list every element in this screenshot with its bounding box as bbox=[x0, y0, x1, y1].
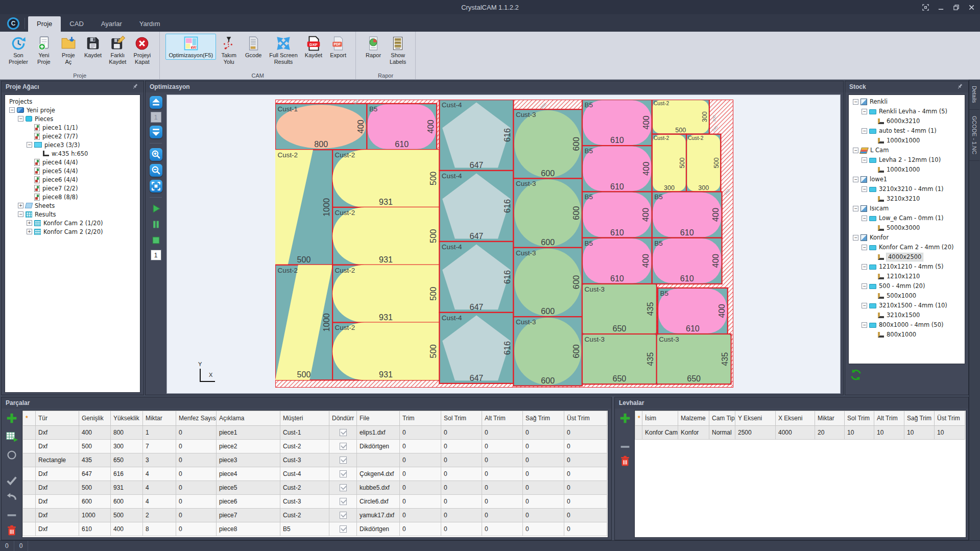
cell-y-kseklik[interactable]: 500 bbox=[111, 509, 143, 522]
cell-a-klama[interactable]: piece3 bbox=[217, 453, 280, 467]
apply-button[interactable] bbox=[5, 474, 18, 487]
cell-trim[interactable]: 0 bbox=[400, 440, 441, 453]
cell-file[interactable] bbox=[357, 453, 400, 467]
cell-menfez-say-s[interactable]: 0 bbox=[176, 481, 217, 495]
cell-menfez-say-s[interactable]: 0 bbox=[176, 467, 217, 481]
stock-tree-item-renkli[interactable]: −Renkli bbox=[850, 97, 964, 107]
cell-alt-trim[interactable]: 0 bbox=[482, 426, 523, 440]
report-button[interactable]: Rapor bbox=[362, 34, 385, 60]
stock-tree-item-is-cam[interactable]: −Isıcam bbox=[850, 204, 964, 213]
parts-row[interactable]: Dxf64761640piece4Cust-4Çokgen4.dxf00000 bbox=[23, 467, 607, 481]
stock-tree-item-3210x3210[interactable]: 3210x3210 bbox=[850, 194, 964, 204]
cell-miktar[interactable]: 4 bbox=[143, 495, 176, 509]
cell-miktar[interactable]: 8 bbox=[143, 522, 176, 536]
cell-y-kseklik[interactable]: 616 bbox=[111, 467, 143, 481]
cell-trim[interactable]: 0 bbox=[400, 495, 441, 509]
expander-icon[interactable]: − bbox=[18, 211, 23, 217]
stock-tree-item-4000x2500[interactable]: 4000x2500 bbox=[850, 252, 964, 262]
cell-menfez-say-s[interactable]: 0 bbox=[176, 440, 217, 453]
row-selector-cell[interactable] bbox=[23, 522, 36, 536]
cell-trim[interactable]: 0 bbox=[400, 509, 441, 522]
expander-icon[interactable]: − bbox=[862, 245, 867, 250]
placed-piece-b5[interactable]: B5610400 bbox=[582, 238, 652, 284]
expander-icon[interactable]: − bbox=[862, 264, 867, 270]
cell-y-ekseni[interactable]: 2500 bbox=[735, 426, 776, 440]
cell-a-klama[interactable]: piece4 bbox=[217, 467, 280, 481]
placed-piece-cust-2[interactable]: Cust-2931500 bbox=[332, 207, 439, 265]
cell-d-nd-rr[interactable] bbox=[329, 426, 357, 440]
cell-file[interactable]: yamuk17.dxf bbox=[357, 509, 400, 522]
first-sheet-button[interactable] bbox=[150, 96, 162, 109]
cell-sol-trim[interactable]: 10 bbox=[845, 426, 874, 440]
cell-sol-trim[interactable]: 0 bbox=[441, 495, 482, 509]
next-sheet-button[interactable] bbox=[150, 126, 162, 138]
optimization-canvas[interactable]: Cust-1800400B5610400Cust-25001000Cust-25… bbox=[166, 94, 841, 394]
cell-sol-trim[interactable]: 0 bbox=[441, 522, 482, 536]
cell-sa-trim[interactable]: 0 bbox=[523, 495, 564, 509]
stock-tree-item-6000x3210[interactable]: 6000x3210 bbox=[850, 116, 964, 126]
cell-miktar[interactable]: 2 bbox=[143, 509, 176, 522]
row-selector-cell[interactable] bbox=[23, 481, 36, 495]
project-tree-item-piece6-4-4[interactable]: piece6 (4/4) bbox=[6, 175, 139, 184]
cell-t-r[interactable]: Dxf bbox=[36, 481, 79, 495]
cell-st-trim[interactable]: 0 bbox=[564, 522, 607, 536]
expander-icon[interactable]: − bbox=[853, 99, 858, 105]
placed-piece-cust-2[interactable]: Cust-25001000 bbox=[275, 150, 332, 265]
expander-icon[interactable]: − bbox=[27, 142, 32, 148]
column-header-st-trim[interactable]: Üst Trim bbox=[564, 411, 607, 426]
restore-button[interactable] bbox=[950, 2, 962, 12]
cell-st-trim[interactable]: 10 bbox=[935, 426, 965, 440]
cell-y-kseklik[interactable]: 931 bbox=[111, 481, 143, 495]
expander-icon[interactable]: − bbox=[853, 206, 858, 211]
cell-miktar[interactable]: 7 bbox=[143, 440, 176, 453]
fullscreen-results-button[interactable]: Full Screen Results bbox=[266, 34, 301, 66]
cell-miktar[interactable]: 4 bbox=[143, 467, 176, 481]
project-tree-item-piece3-3-3[interactable]: −piece3 (3/3) bbox=[6, 140, 139, 149]
tab-gcode[interactable]: GCODE - 1.NC bbox=[969, 110, 979, 161]
parts-row[interactable]: Dxf100050020piece7Cust-2yamuk17.dxf00000 bbox=[23, 509, 607, 522]
column-header-sa-trim[interactable]: Sağ Trim bbox=[523, 411, 564, 426]
cell-i-sim[interactable]: Konfor Cam bbox=[642, 426, 678, 440]
cell-sa-trim[interactable]: 0 bbox=[523, 509, 564, 522]
pdf-button[interactable]: Export bbox=[326, 34, 350, 60]
cell-y-kseklik[interactable]: 300 bbox=[111, 440, 143, 453]
expander-icon[interactable]: − bbox=[18, 116, 23, 122]
project-tree-item-piece7-2-2[interactable]: piece7 (2/2) bbox=[6, 184, 139, 193]
column-header-sol-trim[interactable]: Sol Trim bbox=[441, 411, 482, 426]
cell-file[interactable]: elips1.dxf bbox=[357, 426, 400, 440]
cell-miktar[interactable]: 4 bbox=[143, 481, 176, 495]
open-folder-button[interactable]: Proje Aç bbox=[57, 34, 80, 66]
cell-a-klama[interactable]: piece7 bbox=[217, 509, 280, 522]
fit-screen-button[interactable] bbox=[150, 180, 162, 193]
toolpath-button[interactable]: Takım Yolu bbox=[217, 34, 241, 66]
cell-miktar[interactable]: 3 bbox=[143, 453, 176, 467]
column-header-m-teri[interactable]: Müşteri bbox=[280, 411, 329, 426]
cell-d-nd-rr[interactable] bbox=[329, 495, 357, 509]
new-project-button[interactable]: Yeni Proje bbox=[32, 34, 56, 66]
cell-st-trim[interactable]: 0 bbox=[564, 440, 607, 453]
placed-piece-cust-4[interactable]: Cust-4647616 bbox=[439, 171, 513, 242]
recent-button[interactable]: Son Projeler bbox=[6, 34, 31, 66]
expander-icon[interactable]: − bbox=[862, 109, 867, 114]
cell-trim[interactable]: 0 bbox=[400, 453, 441, 467]
expander-icon[interactable]: − bbox=[853, 148, 858, 153]
cell-m-teri[interactable]: Cust-2 bbox=[280, 440, 329, 453]
cell-t-r[interactable]: Dxf bbox=[36, 426, 79, 440]
cell-sol-trim[interactable]: 0 bbox=[441, 426, 482, 440]
expander-icon[interactable]: − bbox=[862, 215, 867, 221]
placed-piece-cust-4[interactable]: Cust-4647616 bbox=[439, 313, 513, 384]
menu-tab-cad[interactable]: CAD bbox=[61, 16, 92, 32]
minimize-button[interactable] bbox=[935, 2, 946, 12]
cell-menfez-say-s[interactable]: 0 bbox=[176, 495, 217, 509]
project-tree-item-results[interactable]: −Results bbox=[6, 210, 139, 219]
row-selector-cell[interactable] bbox=[23, 440, 36, 453]
pin-icon[interactable] bbox=[131, 83, 139, 91]
gcode-button[interactable]: Gcode bbox=[242, 34, 265, 60]
expander-icon[interactable]: − bbox=[862, 157, 867, 163]
delete-sheet-button[interactable] bbox=[618, 454, 632, 468]
placed-piece-cust-2[interactable]: Cust-2300500 bbox=[686, 134, 721, 192]
cell-alt-trim[interactable]: 10 bbox=[874, 426, 904, 440]
project-tree-item-konfor-cam-2-2-20[interactable]: +Konfor Cam 2 (2/20) bbox=[6, 227, 139, 236]
cell-d-nd-rr[interactable] bbox=[329, 453, 357, 467]
cell-menfez-say-s[interactable]: 0 bbox=[176, 509, 217, 522]
